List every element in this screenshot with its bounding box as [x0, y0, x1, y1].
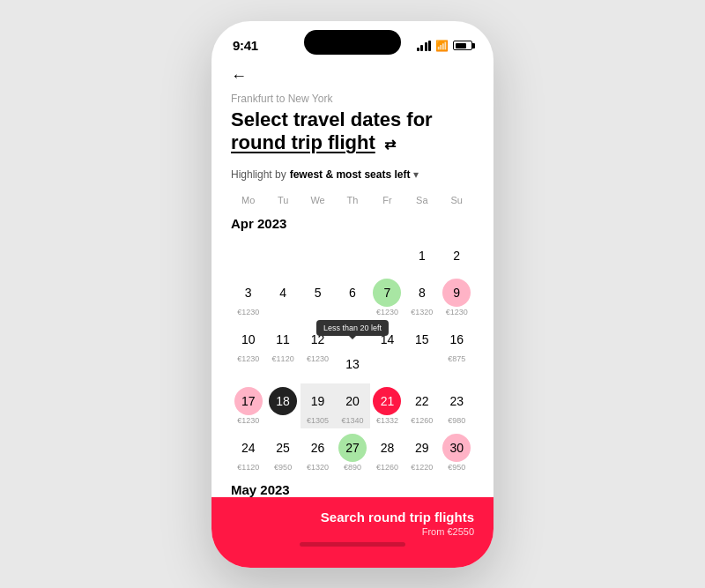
back-button[interactable]: ← [231, 67, 247, 86]
month-label: May 2023 [231, 482, 474, 497]
day-number: 13 [338, 350, 367, 378]
day-number: 9 [442, 279, 471, 307]
day-number: 11 [269, 325, 297, 354]
day-name: Su [440, 191, 474, 209]
day-price: €1230 [446, 308, 468, 316]
signal-icon [417, 41, 432, 51]
month-section: Apr 2023123€12304567€12308€13209€123010€… [231, 216, 474, 475]
day-number: 26 [304, 434, 332, 462]
day-price: €1230 [237, 308, 259, 316]
search-button-subtitle: From €2550 [231, 526, 474, 537]
day-price: €1230 [237, 416, 259, 425]
day-price: €1230 [237, 354, 259, 363]
calendar-day [265, 238, 300, 273]
calendar-day [301, 238, 335, 273]
day-name: Sa [404, 191, 439, 209]
calendar-day [335, 238, 369, 273]
phone-frame: 9:41 📶 ← Frankfurt to New York Select tr… [212, 21, 494, 568]
calendar-day[interactable]: 18 [265, 383, 300, 428]
calendar-day[interactable]: 24€1120 [231, 430, 265, 475]
trip-type-icon[interactable]: ⇄ [384, 137, 396, 152]
highlight-filter[interactable]: Highlight by fewest & most seats left ▾ [231, 168, 474, 181]
calendar-day[interactable]: 9€1230 [440, 275, 474, 320]
day-number: 28 [373, 434, 401, 462]
day-number: 6 [338, 279, 367, 307]
calendar-day[interactable]: 29€1220 [404, 430, 439, 475]
day-price: €875 [448, 354, 465, 363]
day-number: 2 [442, 242, 471, 270]
status-time: 9:41 [233, 38, 258, 53]
calendar-day[interactable]: 10€1230 [231, 322, 265, 382]
wifi-icon: 📶 [435, 40, 449, 52]
status-icons: 📶 [417, 40, 473, 52]
day-number: 21 [373, 387, 401, 415]
calendar-day[interactable]: 2 [440, 238, 474, 273]
calendar-day[interactable]: 6 [335, 275, 369, 320]
day-number: 3 [234, 279, 263, 307]
day-price: €1305 [307, 416, 329, 425]
day-number: 29 [408, 434, 436, 462]
day-number: 25 [269, 434, 297, 462]
day-number: 16 [442, 325, 471, 354]
day-name: We [301, 191, 335, 209]
day-price: €1260 [411, 416, 433, 425]
day-price: €1260 [376, 463, 398, 472]
calendar-day[interactable]: Less than 20 left13 [335, 346, 369, 382]
day-price: €1332 [376, 416, 398, 425]
day-price: €1340 [341, 416, 363, 425]
calendar-day[interactable]: 27€890 [335, 430, 369, 475]
calendar-day[interactable]: 23€980 [440, 383, 474, 428]
calendar-day[interactable]: 3€1230 [231, 275, 265, 320]
calendar-day[interactable]: 4 [265, 275, 300, 320]
day-name: Tu [265, 191, 300, 209]
calendar-day[interactable]: 22€1260 [404, 383, 439, 428]
seats-tooltip: Less than 20 left [316, 320, 389, 336]
day-price: €890 [344, 463, 361, 472]
search-button-title: Search round trip flights [231, 510, 474, 525]
calendar-day[interactable]: 8€1320 [404, 275, 439, 320]
day-number: 24 [234, 434, 263, 462]
calendar-day[interactable]: 19€1305 [301, 383, 335, 428]
calendar-day [370, 238, 404, 273]
day-price: €1320 [411, 308, 433, 316]
calendar-day[interactable]: 16€875 [440, 322, 474, 382]
calendar-day[interactable]: 1 [404, 238, 439, 273]
day-number: 23 [442, 387, 471, 415]
calendar-day[interactable]: 26€1320 [301, 430, 335, 475]
dynamic-island [304, 30, 401, 55]
day-number: 19 [304, 387, 332, 415]
day-name: Fr [370, 191, 404, 209]
calendar-day[interactable]: 28€1260 [370, 430, 404, 475]
calendar-day[interactable]: 30€950 [440, 430, 474, 475]
calendar-day[interactable]: 17€1230 [231, 383, 265, 428]
day-price: €1120 [272, 354, 294, 363]
scroll-content: ← Frankfurt to New York Select travel da… [212, 60, 494, 568]
month-label: Apr 2023 [231, 216, 474, 231]
calendar-day[interactable]: 21€1332 [370, 383, 404, 428]
day-name: Mo [231, 191, 265, 209]
home-indicator [300, 542, 405, 547]
calendar-day [231, 238, 265, 273]
day-number: 18 [269, 387, 297, 415]
day-name: Th [335, 191, 369, 209]
day-price: €1320 [307, 463, 329, 472]
calendar-day[interactable]: 20€1340 [335, 383, 369, 428]
calendar-day[interactable]: 15 [404, 322, 439, 382]
search-button[interactable]: Search round trip flights From €2550 [212, 497, 494, 568]
day-number: 8 [408, 279, 436, 307]
day-number: 4 [269, 279, 297, 307]
calendar-day[interactable]: 25€950 [265, 430, 300, 475]
day-number: 30 [442, 434, 471, 462]
calendar-grid: 123€12304567€12308€13209€123010€123011€1… [231, 238, 474, 475]
calendar-day[interactable]: 11€1120 [265, 322, 300, 382]
day-number: 10 [234, 325, 263, 354]
calendar-day[interactable]: 7€1230 [370, 275, 404, 320]
route-label: Frankfurt to New York [231, 93, 474, 105]
calendar-day[interactable]: 5 [301, 275, 335, 320]
day-price: €980 [448, 416, 465, 425]
day-price: €1230 [376, 308, 398, 316]
day-price: €1230 [307, 354, 329, 363]
calendar-body: Apr 2023123€12304567€12308€13209€123010€… [231, 216, 474, 540]
day-number: 22 [408, 387, 436, 415]
day-number: 5 [304, 279, 332, 307]
